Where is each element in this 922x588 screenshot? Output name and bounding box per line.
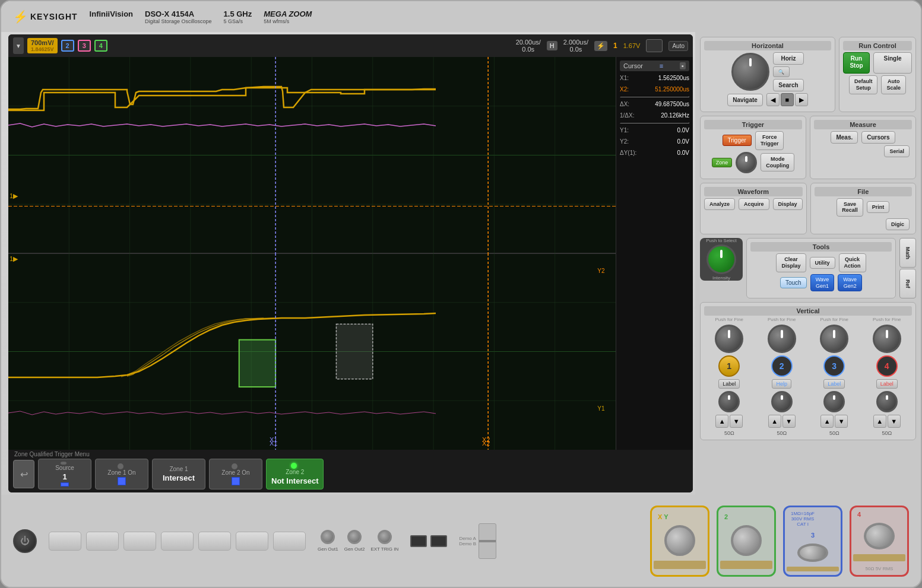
trigger-button[interactable]: Trigger <box>723 135 752 146</box>
ch4-button[interactable]: 4 <box>876 355 898 377</box>
zone1-intersect-button[interactable]: Zone 1 Intersect <box>152 459 205 490</box>
zone1-on-button[interactable]: Zone 1 On <box>95 459 148 490</box>
ch3-label-button[interactable]: Label <box>823 379 845 389</box>
ch4-pos-knob[interactable] <box>876 391 898 412</box>
ch1-bnc-connector[interactable] <box>664 525 695 556</box>
math-button[interactable]: Math <box>899 238 916 268</box>
usb-port-1[interactable] <box>410 535 427 547</box>
trigger-level-knob[interactable] <box>736 152 757 173</box>
h-mode-btn[interactable]: H <box>547 41 557 50</box>
ch4-label-button[interactable]: Label <box>876 379 898 389</box>
serial-button[interactable]: Serial <box>884 145 910 157</box>
ch1-conn-label: X Y <box>655 513 668 520</box>
ch3-down-btn[interactable]: ▼ <box>835 415 848 428</box>
navigate-button[interactable]: Navigate <box>727 94 763 106</box>
ch3-pos-knob[interactable] <box>823 391 845 412</box>
default-setup-button[interactable]: DefaultSetup <box>849 75 878 94</box>
utility-button[interactable]: Utility <box>810 257 835 269</box>
zone2-not-intersect-button[interactable]: Zone 2 Not Intersect <box>266 459 324 490</box>
cursor-dy-value: 0.0V <box>677 150 689 156</box>
ch1-scale-knob[interactable] <box>715 325 743 353</box>
save-recall-button[interactable]: SaveRecall <box>837 198 863 217</box>
nav-right-btn[interactable]: ▶ <box>795 93 808 106</box>
intensity-knob[interactable] <box>706 244 736 274</box>
ch2-bnc-connector[interactable] <box>731 525 762 556</box>
ch2-help-button[interactable]: Help <box>772 379 791 389</box>
auto-scale-button[interactable]: AutoScale <box>881 75 906 94</box>
ch1-up-btn[interactable]: ▲ <box>715 415 728 428</box>
gen-out1-label: Gen Out1 <box>318 546 338 552</box>
channel-4-indicator[interactable]: 4 <box>94 40 107 52</box>
ch2-scale-knob[interactable] <box>768 325 796 353</box>
frequency-spec: 1.5 GHz 5 GSa/s <box>224 9 252 24</box>
cursor-dy-row: ΔY(1): 0.0V <box>620 148 689 157</box>
force-trigger-button[interactable]: ForceTrigger <box>755 131 784 150</box>
gen-out1-bnc[interactable] <box>321 530 335 544</box>
demo-slider[interactable] <box>479 523 496 559</box>
quick-action-button[interactable]: QuickAction <box>839 253 866 272</box>
touch-button[interactable]: Touch <box>780 277 807 288</box>
wave-gen2-button[interactable]: WaveGen2 <box>838 274 862 292</box>
ch2-down-btn[interactable]: ▼ <box>782 415 796 428</box>
soft-btn-3[interactable] <box>123 532 156 551</box>
channel-3-indicator[interactable]: 3 <box>78 40 91 52</box>
gen-out2-bnc[interactable] <box>347 530 362 544</box>
ch-collapse-btn[interactable]: ▼ <box>13 37 24 54</box>
display-button[interactable]: Display <box>773 198 803 210</box>
ch1-label-button[interactable]: Label <box>718 379 740 389</box>
soft-btn-7[interactable] <box>273 532 306 551</box>
bottom-menu-bar: Zone Qualified Trigger Menu ↩ Source 1 <box>8 450 693 492</box>
ch1-button[interactable]: 1 <box>718 355 740 377</box>
channel-2-indicator[interactable]: 2 <box>61 40 74 52</box>
single-button[interactable]: Single <box>873 52 912 74</box>
ch3-up-btn[interactable]: ▲ <box>820 415 834 428</box>
ch4-up-btn[interactable]: ▲ <box>873 415 886 428</box>
ref-button[interactable]: Ref <box>899 269 916 298</box>
ch3-bnc-connector[interactable] <box>797 543 828 562</box>
soft-btn-2[interactable] <box>86 532 119 551</box>
ch4-down-btn[interactable]: ▼ <box>888 415 901 428</box>
push-to-find-btn[interactable]: 🔍 <box>773 66 790 77</box>
ch4-connector-box: 4 50Ω 5V RMS <box>850 506 909 577</box>
ch2-button[interactable]: 2 <box>771 355 793 377</box>
horizontal-position-knob[interactable] <box>731 53 769 91</box>
ch1-push-label: Push for Fine <box>715 317 743 322</box>
ext-trig-bnc[interactable] <box>378 530 392 544</box>
soft-btn-1[interactable] <box>49 532 81 551</box>
analyze-button[interactable]: Analyze <box>704 198 735 210</box>
ch4-scale-knob[interactable] <box>873 325 901 353</box>
back-button[interactable]: ↩ <box>13 460 34 488</box>
usb-port-2[interactable] <box>430 535 447 547</box>
ch1-pos-knob[interactable] <box>718 391 740 412</box>
meas-button[interactable]: Meas. <box>831 131 858 144</box>
acquire-button[interactable]: Acquire <box>739 198 769 210</box>
zone-button[interactable]: Zone <box>712 158 733 167</box>
channel-1-indicator[interactable]: 700mV/ 1.84625V <box>27 38 58 53</box>
ch3-button[interactable]: 3 <box>823 355 845 377</box>
digic-button[interactable]: Digic <box>886 218 910 230</box>
nav-stop-btn[interactable]: ■ <box>781 93 794 106</box>
ch3-scale-knob[interactable] <box>820 325 848 353</box>
power-button[interactable]: ⏻ <box>13 529 37 553</box>
soft-btn-6[interactable] <box>236 532 268 551</box>
print-button[interactable]: Print <box>867 201 890 213</box>
horiz-button[interactable]: Horiz <box>773 52 803 65</box>
run-stop-button[interactable]: RunStop <box>843 52 870 74</box>
soft-btn-4[interactable] <box>161 532 194 551</box>
mode-coupling-button[interactable]: ModeCoupling <box>761 153 794 172</box>
nav-left-btn[interactable]: ◀ <box>766 93 780 106</box>
ch1-up-down: ▲ ▼ <box>715 415 743 428</box>
soft-btn-5[interactable] <box>198 532 231 551</box>
ch2-pos-knob[interactable] <box>771 391 793 412</box>
source-button[interactable]: Source 1 <box>38 459 91 490</box>
run-single-row: RunStop Single <box>843 52 912 74</box>
ch1-down-btn[interactable]: ▼ <box>730 415 743 428</box>
ch3-control: Push for Fine 3 Label ▲ ▼ <box>809 317 860 436</box>
cursors-button[interactable]: Cursors <box>861 131 895 144</box>
ch4-bnc-connector[interactable] <box>864 523 895 549</box>
wave-gen1-button[interactable]: WaveGen1 <box>810 274 835 292</box>
search-button[interactable]: Search <box>773 79 803 91</box>
ch2-up-btn[interactable]: ▲ <box>768 415 781 428</box>
clear-display-button[interactable]: ClearDisplay <box>776 253 806 272</box>
zone2-on-button[interactable]: Zone 2 On <box>209 459 262 490</box>
